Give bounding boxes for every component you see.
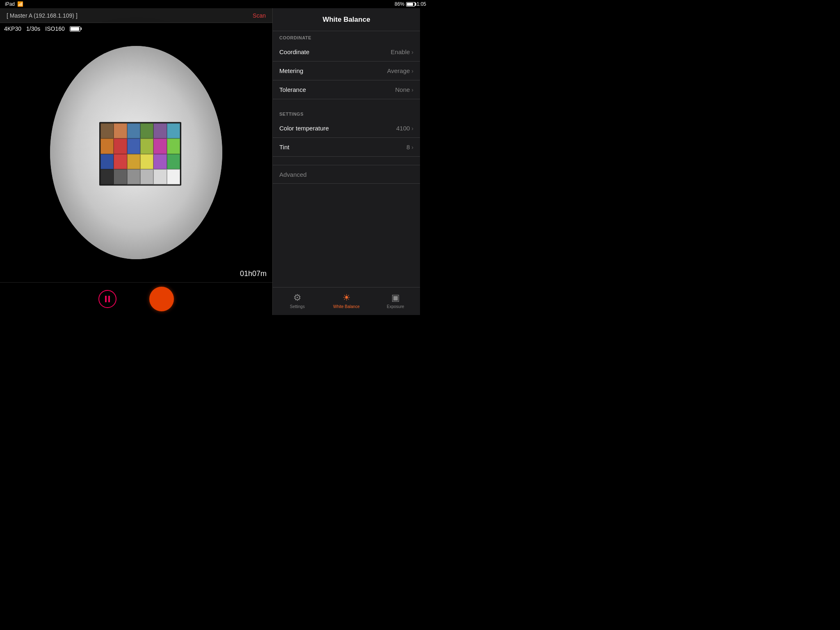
battery-icon <box>406 2 415 7</box>
chart-cell <box>153 169 167 184</box>
scan-button[interactable]: Scan <box>253 12 266 19</box>
chart-cell <box>114 169 127 184</box>
tint-row[interactable]: Tint 8 › <box>273 138 420 157</box>
chart-cell <box>140 123 153 139</box>
camera-battery-icon <box>70 26 80 32</box>
section-divider-2 <box>273 157 420 165</box>
exposure-icon: ▣ <box>390 292 401 303</box>
tolerance-value-text: None <box>395 86 410 93</box>
settings-icon: ⚙ <box>292 292 303 303</box>
coordinate-section-header: COORDINATE <box>273 31 420 43</box>
tint-value: 8 › <box>406 144 413 151</box>
advanced-label: Advanced <box>279 171 307 178</box>
device-label: iPad <box>5 1 15 7</box>
iso-label: ISO160 <box>45 25 64 32</box>
color-temperature-value-text: 4100 <box>396 125 410 132</box>
panel-content: COORDINATE Coordinate Enable › Metering … <box>273 31 420 287</box>
fisheye-frame <box>50 46 222 259</box>
tolerance-chevron: › <box>411 87 413 93</box>
camera-info: 4KP30 1/30s ISO160 <box>4 23 80 34</box>
timer-overlay: 01h07m <box>240 269 267 278</box>
metering-value-text: Average <box>387 67 410 74</box>
chart-cell <box>167 154 180 169</box>
pause-bar-right <box>108 296 110 302</box>
main-layout: [ Master A (192.168.1.109) ] Scan 4KP30 … <box>0 8 420 315</box>
tint-chevron: › <box>411 144 413 151</box>
chart-cell <box>114 123 127 139</box>
color-temperature-row[interactable]: Color temperature 4100 › <box>273 119 420 138</box>
chart-cell <box>167 139 180 154</box>
tab-white-balance[interactable]: ☀ White Balance <box>322 288 371 315</box>
chart-cell <box>127 154 140 169</box>
tab-exposure-label: Exposure <box>387 304 404 309</box>
section-divider <box>273 99 420 107</box>
white-balance-icon: ☀ <box>341 292 352 303</box>
battery-percent: 86% <box>395 1 404 7</box>
camera-panel: [ Master A (192.168.1.109) ] Scan 4KP30 … <box>0 8 272 315</box>
tab-white-balance-label: White Balance <box>333 304 359 309</box>
battery-fill <box>407 3 413 6</box>
chart-cell <box>100 169 114 184</box>
pause-button[interactable] <box>98 290 116 308</box>
chart-cell <box>140 169 153 184</box>
pause-icon <box>105 296 110 302</box>
settings-section-header: SETTINGS <box>273 107 420 119</box>
pause-bar-left <box>105 296 107 302</box>
color-temperature-chevron: › <box>411 125 413 132</box>
chart-cell <box>167 169 180 184</box>
panel-header: White Balance <box>273 8 420 31</box>
chart-cell <box>100 123 114 139</box>
color-temperature-label: Color temperature <box>279 125 329 132</box>
camera-title: [ Master A (192.168.1.109) ] <box>7 12 78 19</box>
metering-value: Average › <box>387 67 413 74</box>
chart-cell <box>114 139 127 154</box>
camera-viewport: 01h07m <box>0 23 272 282</box>
chart-cell <box>127 123 140 139</box>
chart-cell <box>153 139 167 154</box>
tab-bar: ⚙ Settings ☀ White Balance ▣ Exposure <box>273 287 420 315</box>
metering-label: Metering <box>279 67 303 74</box>
record-button[interactable] <box>149 287 174 311</box>
status-left: iPad 📶 <box>5 1 23 7</box>
coordinate-chevron: › <box>411 49 413 55</box>
chart-cell <box>140 139 153 154</box>
tolerance-label: Tolerance <box>279 86 306 93</box>
right-panel: White Balance COORDINATE Coordinate Enab… <box>272 8 420 315</box>
tint-value-text: 8 <box>406 144 410 151</box>
tint-label: Tint <box>279 144 289 151</box>
chart-cell <box>127 139 140 154</box>
resolution-label: 4KP30 <box>4 25 21 32</box>
color-chart <box>99 122 181 186</box>
metering-chevron: › <box>411 68 413 74</box>
tab-exposure[interactable]: ▣ Exposure <box>371 288 420 315</box>
tolerance-row[interactable]: Tolerance None › <box>273 80 420 99</box>
tab-settings[interactable]: ⚙ Settings <box>273 288 322 315</box>
panel-title: White Balance <box>322 16 370 24</box>
chart-cell <box>140 154 153 169</box>
tolerance-value: None › <box>395 86 413 93</box>
chart-cell <box>114 154 127 169</box>
coordinate-row[interactable]: Coordinate Enable › <box>273 43 420 62</box>
coordinate-value-text: Enable <box>391 48 410 55</box>
chart-grid <box>100 123 180 185</box>
metering-row[interactable]: Metering Average › <box>273 62 420 80</box>
shutter-label: 1/30s <box>26 25 40 32</box>
chart-cell <box>153 154 167 169</box>
advanced-row[interactable]: Advanced <box>273 165 420 184</box>
camera-header: [ Master A (192.168.1.109) ] Scan <box>0 8 272 23</box>
camera-battery-fill <box>71 27 79 31</box>
tab-settings-label: Settings <box>290 304 305 309</box>
chart-cell <box>167 123 180 139</box>
coordinate-label: Coordinate <box>279 48 309 55</box>
wifi-icon: 📶 <box>17 1 23 7</box>
chart-cell <box>100 139 114 154</box>
status-right: 86% <box>395 1 415 7</box>
chart-cell <box>153 123 167 139</box>
camera-controls <box>0 282 272 315</box>
color-temperature-value: 4100 › <box>396 125 413 132</box>
status-bar: iPad 📶 11:05 86% <box>0 0 420 8</box>
chart-cell <box>127 169 140 184</box>
coordinate-value: Enable › <box>391 48 413 55</box>
chart-cell <box>100 154 114 169</box>
